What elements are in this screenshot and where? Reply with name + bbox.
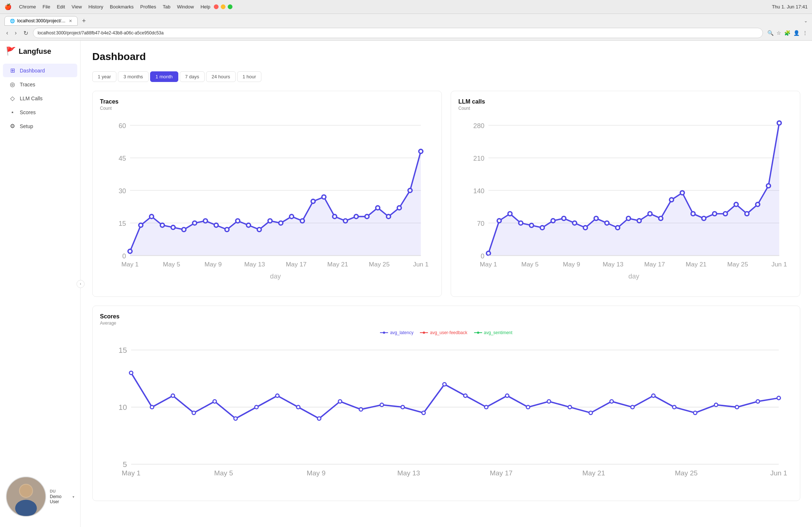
- svg-point-128: [463, 394, 467, 397]
- svg-point-21: [204, 219, 208, 223]
- svg-point-105: [477, 332, 479, 334]
- svg-point-25: [246, 223, 250, 227]
- svg-point-136: [631, 405, 634, 408]
- scores-chart-title: Scores: [100, 313, 793, 320]
- maximize-button[interactable]: [228, 4, 232, 9]
- main-content: Dashboard 1 year3 months1 month7 days24 …: [81, 41, 812, 527]
- titlebar-left: 🍎 Chrome File Edit View History Bookmark…: [4, 3, 210, 10]
- legend-label-avg_sentiment: avg_sentiment: [484, 330, 513, 335]
- time-filter-1month[interactable]: 1 month: [150, 71, 178, 82]
- svg-text:May 5: May 5: [214, 469, 233, 477]
- sidebar-item-llmcalls[interactable]: ◇LLM Calls: [3, 91, 77, 105]
- sidebar-toggle-button[interactable]: ‹: [77, 280, 85, 288]
- svg-text:5: 5: [123, 460, 127, 468]
- sidebar-item-setup[interactable]: ⚙Setup: [3, 119, 77, 133]
- svg-point-36: [365, 214, 369, 218]
- extension-icon[interactable]: 🧩: [784, 30, 790, 36]
- time-filter-7days[interactable]: 7 days: [180, 71, 205, 82]
- svg-text:15: 15: [119, 346, 127, 354]
- svg-text:70: 70: [477, 220, 484, 227]
- svg-point-134: [589, 411, 592, 414]
- svg-text:day: day: [270, 272, 281, 280]
- user-name: Demo User: [50, 494, 69, 504]
- user-menu-chevron-icon[interactable]: ▾: [72, 495, 74, 499]
- legend-item-avg_latency: avg_latency: [380, 330, 413, 335]
- svg-point-19: [182, 228, 186, 232]
- svg-point-88: [767, 184, 771, 188]
- sidebar-item-scores[interactable]: ⋆Scores: [3, 105, 77, 119]
- forward-button[interactable]: ›: [13, 29, 18, 37]
- tab-label: localhost:3000/project/7a88fb...: [17, 18, 67, 23]
- svg-point-89: [777, 121, 781, 125]
- svg-text:30: 30: [119, 187, 126, 195]
- svg-text:May 25: May 25: [675, 469, 697, 477]
- menu-profiles[interactable]: Profiles: [140, 4, 156, 10]
- menu-dots-icon[interactable]: ⋮: [802, 30, 808, 36]
- titlebar-right: Thu 1. Jun 17:41: [772, 4, 808, 10]
- app-layout: 🚩 Langfuse ⊞Dashboard◎Traces◇LLM Calls⋆S…: [0, 41, 812, 527]
- time-filter-24hours[interactable]: 24 hours: [206, 71, 236, 82]
- svg-point-119: [276, 394, 279, 397]
- svg-point-22: [214, 223, 218, 227]
- svg-point-40: [408, 188, 412, 193]
- tab-close-icon[interactable]: ✕: [69, 19, 72, 23]
- svg-point-14: [128, 249, 132, 253]
- menu-help[interactable]: Help: [201, 4, 211, 10]
- llm-chart-svg-wrap: 070140210280May 1May 5May 9May 13May 17M…: [458, 115, 793, 291]
- svg-point-77: [648, 212, 652, 216]
- time-filter-bar: 1 year3 months1 month7 days24 hours1 hou…: [92, 71, 800, 82]
- sidebar-item-dashboard[interactable]: ⊞Dashboard: [3, 64, 77, 77]
- menu-edit[interactable]: Edit: [57, 4, 65, 10]
- minimize-button[interactable]: [221, 4, 226, 9]
- profile-icon[interactable]: 👤: [793, 30, 800, 36]
- address-input[interactable]: [33, 28, 763, 38]
- svg-point-15: [139, 223, 143, 227]
- menu-view[interactable]: View: [72, 4, 82, 10]
- svg-text:Jun 1: Jun 1: [770, 469, 787, 477]
- back-button[interactable]: ‹: [4, 29, 10, 37]
- reload-button[interactable]: ↻: [22, 29, 30, 37]
- svg-text:May 25: May 25: [727, 261, 748, 268]
- svg-text:May 21: May 21: [686, 261, 707, 268]
- dashboard-nav-label: Dashboard: [20, 68, 45, 74]
- page-title: Dashboard: [92, 51, 800, 63]
- svg-point-73: [605, 221, 609, 225]
- time-filter-1hour[interactable]: 1 hour: [237, 71, 262, 82]
- menu-file[interactable]: File: [42, 4, 50, 10]
- svg-point-24: [236, 219, 240, 223]
- svg-point-23: [225, 228, 229, 232]
- svg-point-80: [680, 191, 684, 195]
- svg-point-29: [290, 214, 294, 218]
- svg-point-37: [376, 206, 380, 210]
- sidebar-item-traces[interactable]: ◎Traces: [3, 78, 77, 91]
- tab-bar-expand[interactable]: ⌄: [804, 18, 808, 23]
- svg-text:May 17: May 17: [644, 261, 665, 268]
- bookmark-icon[interactable]: ☆: [776, 30, 781, 36]
- menu-chrome[interactable]: Chrome: [19, 4, 36, 10]
- svg-point-83: [712, 212, 716, 216]
- browser-tab[interactable]: 🌐 localhost:3000/project/7a88fb... ✕: [4, 16, 78, 26]
- tab-favicon: 🌐: [10, 19, 15, 23]
- new-tab-button[interactable]: +: [80, 17, 88, 25]
- svg-point-39: [397, 206, 401, 210]
- svg-point-113: [150, 405, 153, 408]
- time-filter-1year[interactable]: 1 year: [92, 71, 116, 82]
- svg-text:Jun 1: Jun 1: [413, 261, 428, 268]
- traces-nav-label: Traces: [20, 82, 35, 87]
- logo-icon: 🚩: [6, 46, 16, 56]
- scores-chart-svg-wrap: 51015May 1May 5May 9May 13May 17May 21Ma…: [100, 340, 793, 493]
- svg-point-62: [487, 251, 491, 255]
- menu-bookmarks[interactable]: Bookmarks: [110, 4, 134, 10]
- menu-history[interactable]: History: [89, 4, 103, 10]
- time-filter-3months[interactable]: 3 months: [118, 71, 148, 82]
- close-button[interactable]: [214, 4, 219, 9]
- svg-point-26: [257, 228, 261, 232]
- menu-tab[interactable]: Tab: [163, 4, 170, 10]
- menu-window[interactable]: Window: [177, 4, 194, 10]
- svg-text:May 13: May 13: [244, 261, 265, 268]
- svg-point-16: [150, 214, 154, 218]
- svg-point-76: [637, 219, 641, 223]
- nav-menu: ⊞Dashboard◎Traces◇LLM Calls⋆Scores⚙Setup: [0, 63, 80, 133]
- svg-text:280: 280: [473, 122, 484, 130]
- search-icon[interactable]: 🔍: [767, 30, 774, 36]
